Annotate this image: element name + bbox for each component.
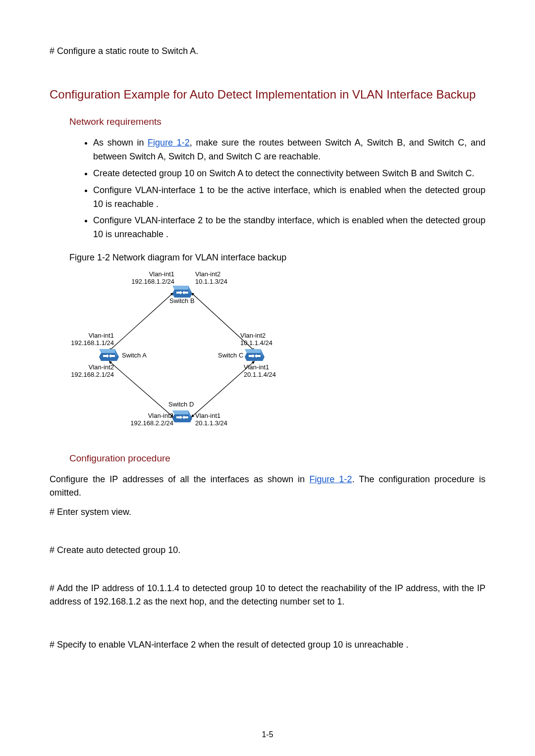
label-switch-d: Switch D (168, 401, 194, 408)
confproc-prefix: Configure the IP addresses of all the in… (50, 474, 309, 484)
svg-marker-15 (245, 349, 263, 353)
label-b-v2: Vlan-int2 10.1.1.3/24 (195, 271, 227, 286)
label-d-v2: Vlan-int2 192.168.2.2/24 (128, 412, 173, 427)
svg-line-0 (110, 294, 172, 350)
network-diagram: Vlan-int1 192.168.1.2/24 Vlan-int2 10.1.… (69, 270, 287, 438)
label-switch-a: Switch A (122, 352, 147, 359)
step2: # Create auto detected group 10. (50, 544, 485, 557)
switch-icon (245, 349, 265, 361)
req1-prefix: As shown in (93, 138, 148, 148)
label-b-v1: Vlan-int1 192.168.1.2/24 (130, 271, 174, 286)
step3: # Add the IP address of 10.1.1.4 to dete… (50, 582, 485, 608)
switch-icon (99, 349, 119, 361)
label-switch-b: Switch B (169, 298, 195, 305)
step4: # Specify to enable VLAN-interface 2 whe… (50, 638, 485, 652)
label-a-v1: Vlan-int1 192.168.1.1/24 (69, 332, 114, 347)
confproc-intro: Configure the IP addresses of all the in… (50, 473, 485, 500)
figure-caption: Figure 1-2 Network diagram for VLAN inte… (69, 252, 485, 263)
figure-link[interactable]: Figure 1-2 (148, 138, 190, 148)
figure-link[interactable]: Figure 1-2 (309, 474, 352, 484)
step1: # Enter system view. (50, 505, 485, 519)
svg-marker-20 (172, 410, 190, 414)
page: # Configure a static route to Switch A. … (0, 0, 535, 756)
svg-marker-5 (172, 286, 190, 290)
top-note: # Configure a static route to Switch A. (50, 45, 485, 58)
section-title: Configuration Example for Auto Detect Im… (50, 88, 485, 101)
svg-line-2 (110, 362, 172, 416)
requirement-item: Configure VLAN-interface 1 to be the act… (93, 184, 485, 211)
label-a-v2: Vlan-int2 192.168.2.1/24 (69, 364, 114, 379)
requirement-item: Create detected group 10 on Switch A to … (93, 167, 485, 181)
requirement-item: Configure VLAN-interface 2 to be the sta… (93, 214, 485, 242)
label-switch-c: Switch C (218, 352, 243, 359)
network-requirements-heading: Network requirements (69, 116, 485, 127)
requirements-list: As shown in Figure 1-2, make sure the ro… (79, 136, 485, 242)
label-c-v2: Vlan-int2 10.1.1.4/24 (240, 332, 272, 347)
switch-icon (172, 286, 192, 298)
switch-icon (172, 410, 192, 422)
configuration-procedure-heading: Configuration procedure (69, 453, 485, 464)
page-number: 1-5 (0, 730, 535, 739)
svg-marker-10 (99, 349, 117, 353)
label-c-v1: Vlan-int1 20.1.1.4/24 (244, 364, 276, 379)
label-d-v1: Vlan-int1 20.1.1.3/24 (195, 412, 227, 427)
requirement-item: As shown in Figure 1-2, make sure the ro… (93, 136, 485, 164)
